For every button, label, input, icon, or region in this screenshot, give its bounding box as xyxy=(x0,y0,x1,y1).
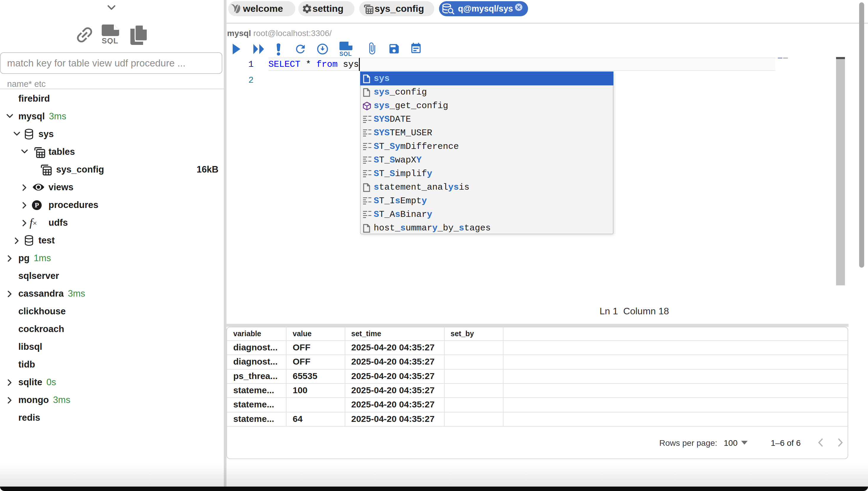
svg-text:SQL: SQL xyxy=(102,36,118,44)
svg-text:SQL: SQL xyxy=(340,51,352,56)
